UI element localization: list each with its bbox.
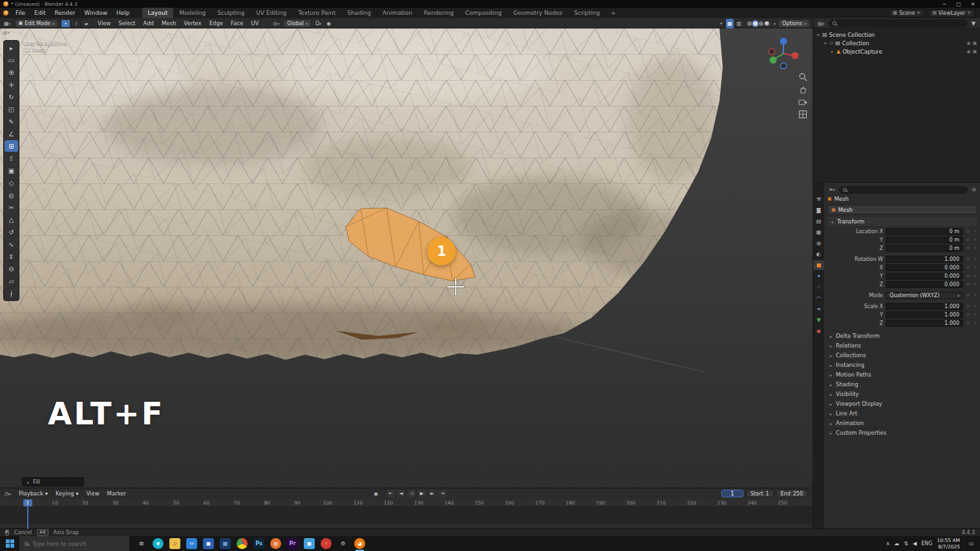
viewlayer-selector[interactable]: ▤ ViewLayer ✕ bbox=[928, 9, 975, 17]
scene-tab[interactable]: ◍ bbox=[813, 238, 824, 248]
output-tab[interactable]: ▤ bbox=[813, 216, 824, 226]
animate-icon[interactable]: • bbox=[973, 256, 977, 262]
camera-view-icon[interactable] bbox=[798, 98, 807, 106]
menu-window[interactable]: Window bbox=[80, 8, 112, 18]
outliner-search-input[interactable] bbox=[829, 19, 968, 27]
tool-loop-cut-icon[interactable]: ◎ bbox=[5, 189, 18, 201]
solid-shading-icon[interactable] bbox=[753, 21, 758, 26]
next-keyframe-button[interactable]: ► bbox=[428, 490, 436, 497]
section-shading[interactable]: ▸Shading bbox=[827, 379, 977, 389]
previous-keyframe-button[interactable]: ◄ bbox=[397, 490, 405, 497]
expand-icon[interactable]: ▾ bbox=[823, 41, 827, 45]
transform-panel-header[interactable]: ▾ Transform bbox=[827, 217, 977, 226]
blender-icon[interactable]: ◕ bbox=[354, 538, 365, 549]
viewport-menu-face[interactable]: Face bbox=[227, 18, 247, 28]
menu-render[interactable]: Render bbox=[50, 8, 80, 18]
mode-dropdown-field[interactable]: Quaternion (WXYZ)▾ bbox=[886, 292, 963, 299]
decimals-icon[interactable]: ⊙ bbox=[966, 229, 970, 234]
workspace-tab-uv-editing[interactable]: UV Editing bbox=[250, 8, 292, 18]
decimals-icon[interactable]: ⊙ bbox=[966, 320, 970, 326]
tool-tweak-icon[interactable]: ▸ bbox=[5, 42, 18, 54]
workspace-tab-shading[interactable]: Shading bbox=[341, 8, 377, 18]
add-workspace-button[interactable]: + bbox=[606, 8, 621, 18]
animate-icon[interactable]: • bbox=[973, 282, 977, 287]
properties-search-input[interactable] bbox=[839, 186, 968, 194]
app-orange-icon[interactable]: ◍ bbox=[270, 538, 281, 549]
tool-poly-build-icon[interactable]: △ bbox=[5, 214, 18, 225]
decimals-icon[interactable]: ⊙ bbox=[966, 282, 970, 287]
value-field[interactable]: 1.000 bbox=[886, 311, 963, 318]
xray-toggle-icon[interactable]: ▥ bbox=[736, 19, 743, 28]
section-viewport-display[interactable]: ▸Viewport Display bbox=[827, 399, 977, 408]
transform-pivot-icon[interactable]: ◎▾ bbox=[272, 19, 281, 28]
animate-icon[interactable]: • bbox=[973, 304, 977, 309]
animate-icon[interactable]: • bbox=[973, 273, 977, 278]
vscode-icon[interactable]: ‹› bbox=[186, 538, 197, 549]
tool-edge-slide-icon[interactable]: ⇕ bbox=[5, 251, 18, 262]
workspace-tab-animation[interactable]: Animation bbox=[377, 8, 418, 18]
section-delta-transform[interactable]: ▸Delta Transform bbox=[827, 331, 977, 340]
volume-icon[interactable]: ◀ bbox=[913, 541, 917, 546]
task-view-icon[interactable]: ⊡ bbox=[136, 538, 147, 549]
shading-dropdown-icon[interactable]: ▾ bbox=[774, 21, 776, 26]
decimals-icon[interactable]: ⊙ bbox=[966, 273, 970, 278]
decimals-icon[interactable]: ⊙ bbox=[966, 293, 970, 298]
decimals-icon[interactable]: ⊙ bbox=[966, 256, 970, 262]
hide-eye-icon[interactable]: ◉ bbox=[966, 41, 970, 46]
wireframe-shading-icon[interactable] bbox=[747, 21, 752, 26]
edge-select-button[interactable]: ∕ bbox=[71, 19, 81, 28]
proportional-edit-icon[interactable]: ◉ bbox=[325, 19, 332, 28]
workspace-tab-modeling[interactable]: Modeling bbox=[173, 8, 211, 18]
properties-pin-icon[interactable]: ⊙ bbox=[970, 185, 977, 194]
tool-inset-faces-icon[interactable]: ▣ bbox=[5, 165, 18, 176]
value-field[interactable]: 0.000 bbox=[886, 281, 963, 288]
physics-tab[interactable]: ◠ bbox=[813, 293, 824, 303]
tool-add-cube-icon[interactable]: ⊞ bbox=[5, 140, 18, 152]
tool-annotate-icon[interactable]: ✎ bbox=[5, 116, 18, 127]
tool-scale-icon[interactable]: ◰ bbox=[5, 103, 18, 115]
jump-to-start-button[interactable]: ⇤ bbox=[387, 490, 395, 497]
tool-shrink-fatten-icon[interactable]: ⊖ bbox=[5, 263, 18, 275]
rendered-shading-icon[interactable] bbox=[765, 21, 769, 26]
snap-magnet-icon[interactable]: Ω▾ bbox=[314, 19, 323, 28]
app-red-icon[interactable]: ◦ bbox=[321, 538, 332, 549]
section-motion-paths[interactable]: ▸Motion Paths bbox=[827, 369, 977, 379]
viewport-menu-mesh[interactable]: Mesh bbox=[158, 18, 180, 28]
properties-editor-type-icon[interactable]: ≡▾ bbox=[827, 185, 836, 194]
menu-file[interactable]: File bbox=[11, 8, 30, 18]
outliner-row-collection[interactable]: ▾☑▤Collection◉▣ bbox=[813, 39, 980, 47]
current-frame-field[interactable]: 1 bbox=[721, 490, 743, 497]
taskbar-clock[interactable]: 10:55 AM 8/7/2025 bbox=[937, 537, 960, 550]
app-sky-icon[interactable]: ▣ bbox=[304, 538, 315, 549]
exclude-checkbox[interactable]: ☑ bbox=[829, 41, 833, 46]
tool-bevel-icon[interactable]: ◇ bbox=[5, 177, 18, 189]
taskbar-search[interactable] bbox=[19, 536, 129, 551]
section-relations[interactable]: ▸Relations bbox=[827, 340, 977, 350]
modifiers-tab[interactable]: ✦ bbox=[813, 271, 824, 281]
render-camera-icon[interactable]: ▣ bbox=[972, 49, 977, 54]
material-shading-icon[interactable] bbox=[759, 21, 763, 26]
expand-icon[interactable]: ▾ bbox=[816, 32, 820, 37]
workspace-tab-scripting[interactable]: Scripting bbox=[568, 8, 606, 18]
value-field[interactable]: 0 m bbox=[886, 228, 963, 235]
animate-icon[interactable]: • bbox=[973, 320, 977, 326]
tool-move-icon[interactable]: ✛ bbox=[5, 79, 18, 90]
view-layer-tab[interactable]: ▦ bbox=[813, 227, 824, 237]
tool-knife-icon[interactable]: ✂ bbox=[5, 202, 18, 213]
auto-keying-icon[interactable]: ◉ bbox=[372, 489, 379, 499]
viewport-menu-vertex[interactable]: Vertex bbox=[180, 18, 205, 28]
value-field[interactable]: 0.000 bbox=[886, 273, 963, 280]
orientation-dropdown[interactable]: Global ▾ bbox=[283, 19, 312, 28]
animate-icon[interactable]: • bbox=[973, 237, 977, 242]
value-field[interactable]: 0 m bbox=[886, 245, 963, 252]
workspace-tab-texture-paint[interactable]: Texture Paint bbox=[292, 8, 341, 18]
object-data-tab[interactable]: ▼ bbox=[813, 315, 824, 325]
outliner-row-objectcapture[interactable]: ▸▲ObjectCapture◉▣ bbox=[813, 47, 980, 56]
network-icon[interactable]: ⇅ bbox=[904, 541, 908, 546]
menu-edit[interactable]: Edit bbox=[30, 8, 50, 18]
world-tab[interactable]: ◐ bbox=[813, 249, 824, 259]
object-name-field[interactable]: ▣ Mesh bbox=[827, 205, 977, 214]
section-collections[interactable]: ▸Collections bbox=[827, 350, 977, 360]
mode-dropdown[interactable]: ▣ Edit Mode ▾ bbox=[15, 19, 58, 28]
timeline-menu-marker[interactable]: Marker bbox=[103, 488, 130, 499]
